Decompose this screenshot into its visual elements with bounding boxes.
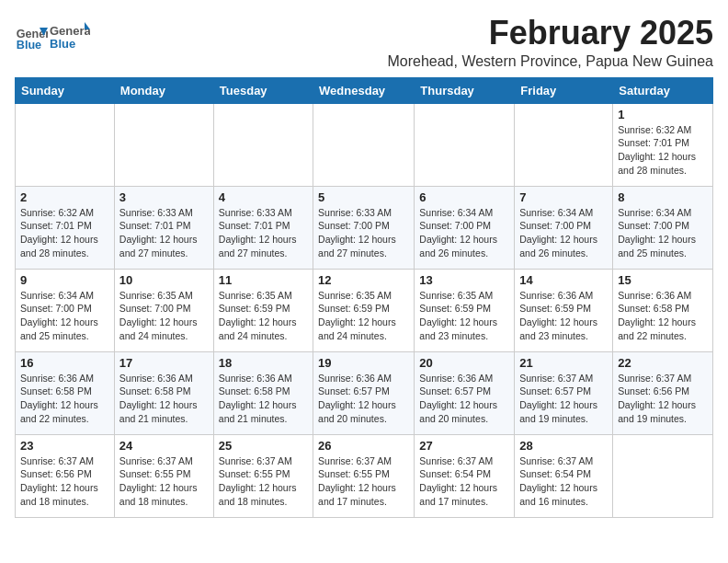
- day-number: 6: [419, 190, 509, 204]
- day-detail: Sunrise: 6:37 AM Sunset: 6:56 PM Dayligh…: [618, 372, 708, 426]
- day-cell: 5Sunrise: 6:33 AM Sunset: 7:00 PM Daylig…: [313, 186, 415, 269]
- day-detail: Sunrise: 6:33 AM Sunset: 7:01 PM Dayligh…: [219, 206, 308, 260]
- day-cell: 25Sunrise: 6:37 AM Sunset: 6:55 PM Dayli…: [213, 434, 313, 517]
- day-detail: Sunrise: 6:32 AM Sunset: 7:01 PM Dayligh…: [618, 123, 708, 178]
- title-area: February 2025 Morehead, Western Province…: [387, 15, 713, 70]
- weekday-header-thursday: Thursday: [415, 77, 515, 103]
- day-cell: [16, 103, 115, 186]
- day-number: 17: [119, 356, 209, 370]
- day-cell: [213, 103, 313, 186]
- day-cell: 14Sunrise: 6:36 AM Sunset: 6:59 PM Dayli…: [515, 269, 613, 351]
- day-cell: [114, 103, 213, 186]
- day-number: 10: [119, 273, 209, 287]
- day-number: 28: [519, 439, 608, 453]
- week-row-5: 23Sunrise: 6:37 AM Sunset: 6:56 PM Dayli…: [16, 434, 713, 517]
- day-cell: 28Sunrise: 6:37 AM Sunset: 6:54 PM Dayli…: [515, 434, 613, 517]
- logo: General Blue General Blue: [15, 18, 90, 53]
- day-number: 24: [119, 439, 209, 453]
- page-header: General Blue General Blue February 2025 …: [15, 15, 713, 70]
- day-detail: Sunrise: 6:37 AM Sunset: 6:55 PM Dayligh…: [318, 454, 409, 509]
- day-detail: Sunrise: 6:35 AM Sunset: 6:59 PM Dayligh…: [419, 289, 509, 343]
- week-row-3: 9Sunrise: 6:34 AM Sunset: 7:00 PM Daylig…: [16, 269, 713, 351]
- day-cell: 19Sunrise: 6:36 AM Sunset: 6:57 PM Dayli…: [313, 351, 415, 434]
- day-detail: Sunrise: 6:36 AM Sunset: 6:58 PM Dayligh…: [219, 372, 308, 426]
- day-detail: Sunrise: 6:33 AM Sunset: 7:00 PM Dayligh…: [318, 206, 409, 260]
- day-cell: 20Sunrise: 6:36 AM Sunset: 6:57 PM Dayli…: [415, 351, 515, 434]
- day-detail: Sunrise: 6:34 AM Sunset: 7:00 PM Dayligh…: [419, 206, 509, 260]
- day-number: 21: [519, 356, 608, 370]
- day-number: 3: [119, 190, 209, 204]
- day-number: 22: [618, 356, 708, 370]
- day-detail: Sunrise: 6:34 AM Sunset: 7:00 PM Dayligh…: [20, 289, 109, 343]
- day-cell: 26Sunrise: 6:37 AM Sunset: 6:55 PM Dayli…: [313, 434, 415, 517]
- day-cell: 9Sunrise: 6:34 AM Sunset: 7:00 PM Daylig…: [16, 269, 115, 351]
- weekday-header-wednesday: Wednesday: [313, 77, 415, 103]
- day-cell: 7Sunrise: 6:34 AM Sunset: 7:00 PM Daylig…: [515, 186, 613, 269]
- day-number: 13: [419, 273, 509, 287]
- weekday-header-friday: Friday: [515, 77, 613, 103]
- day-number: 23: [20, 439, 109, 453]
- svg-text:General: General: [50, 24, 90, 38]
- day-cell: 21Sunrise: 6:37 AM Sunset: 6:57 PM Dayli…: [515, 351, 613, 434]
- day-number: 20: [419, 356, 509, 370]
- day-detail: Sunrise: 6:35 AM Sunset: 7:00 PM Dayligh…: [119, 289, 209, 343]
- day-detail: Sunrise: 6:37 AM Sunset: 6:54 PM Dayligh…: [519, 454, 608, 509]
- day-number: 12: [318, 273, 409, 287]
- day-number: 19: [318, 356, 409, 370]
- day-detail: Sunrise: 6:37 AM Sunset: 6:55 PM Dayligh…: [219, 454, 308, 509]
- weekday-header-monday: Monday: [114, 77, 213, 103]
- week-row-2: 2Sunrise: 6:32 AM Sunset: 7:01 PM Daylig…: [16, 186, 713, 269]
- day-cell: 10Sunrise: 6:35 AM Sunset: 7:00 PM Dayli…: [114, 269, 213, 351]
- day-number: 7: [519, 190, 608, 204]
- day-cell: [313, 103, 415, 186]
- day-number: 26: [318, 439, 409, 453]
- day-cell: 2Sunrise: 6:32 AM Sunset: 7:01 PM Daylig…: [16, 186, 115, 269]
- day-detail: Sunrise: 6:34 AM Sunset: 7:00 PM Dayligh…: [519, 206, 608, 260]
- day-detail: Sunrise: 6:34 AM Sunset: 7:00 PM Dayligh…: [618, 206, 708, 260]
- day-detail: Sunrise: 6:36 AM Sunset: 6:58 PM Dayligh…: [20, 372, 109, 426]
- day-cell: 22Sunrise: 6:37 AM Sunset: 6:56 PM Dayli…: [613, 351, 713, 434]
- day-number: 1: [618, 108, 708, 121]
- day-cell: 11Sunrise: 6:35 AM Sunset: 6:59 PM Dayli…: [213, 269, 313, 351]
- day-cell: [515, 103, 613, 186]
- day-detail: Sunrise: 6:37 AM Sunset: 6:55 PM Dayligh…: [119, 454, 209, 509]
- day-number: 15: [618, 273, 708, 287]
- day-number: 11: [219, 273, 308, 287]
- day-detail: Sunrise: 6:36 AM Sunset: 6:58 PM Dayligh…: [119, 372, 209, 426]
- day-number: 27: [419, 439, 509, 453]
- day-cell: 24Sunrise: 6:37 AM Sunset: 6:55 PM Dayli…: [114, 434, 213, 517]
- day-cell: 8Sunrise: 6:34 AM Sunset: 7:00 PM Daylig…: [613, 186, 713, 269]
- day-number: 14: [519, 273, 608, 287]
- month-title: February 2025: [387, 15, 713, 52]
- day-detail: Sunrise: 6:35 AM Sunset: 6:59 PM Dayligh…: [318, 289, 409, 343]
- day-number: 4: [219, 190, 308, 204]
- day-cell: [613, 434, 713, 517]
- day-number: 18: [219, 356, 308, 370]
- day-detail: Sunrise: 6:37 AM Sunset: 6:54 PM Dayligh…: [419, 454, 509, 509]
- day-cell: 16Sunrise: 6:36 AM Sunset: 6:58 PM Dayli…: [16, 351, 115, 434]
- day-detail: Sunrise: 6:32 AM Sunset: 7:01 PM Dayligh…: [20, 206, 109, 260]
- logo-svg: General Blue: [50, 18, 90, 53]
- day-detail: Sunrise: 6:35 AM Sunset: 6:59 PM Dayligh…: [219, 289, 308, 343]
- day-detail: Sunrise: 6:37 AM Sunset: 6:56 PM Dayligh…: [20, 454, 109, 509]
- day-number: 2: [20, 190, 109, 204]
- calendar-table: SundayMondayTuesdayWednesdayThursdayFrid…: [15, 77, 713, 518]
- day-cell: 6Sunrise: 6:34 AM Sunset: 7:00 PM Daylig…: [415, 186, 515, 269]
- day-number: 25: [219, 439, 308, 453]
- day-cell: 17Sunrise: 6:36 AM Sunset: 6:58 PM Dayli…: [114, 351, 213, 434]
- day-cell: [415, 103, 515, 186]
- day-cell: 18Sunrise: 6:36 AM Sunset: 6:58 PM Dayli…: [213, 351, 313, 434]
- day-cell: 3Sunrise: 6:33 AM Sunset: 7:01 PM Daylig…: [114, 186, 213, 269]
- day-cell: 23Sunrise: 6:37 AM Sunset: 6:56 PM Dayli…: [16, 434, 115, 517]
- location-title: Morehead, Western Province, Papua New Gu…: [387, 53, 713, 70]
- day-cell: 27Sunrise: 6:37 AM Sunset: 6:54 PM Dayli…: [415, 434, 515, 517]
- day-detail: Sunrise: 6:36 AM Sunset: 6:59 PM Dayligh…: [519, 289, 608, 343]
- svg-text:Blue: Blue: [50, 37, 75, 51]
- day-detail: Sunrise: 6:36 AM Sunset: 6:57 PM Dayligh…: [318, 372, 409, 426]
- day-detail: Sunrise: 6:36 AM Sunset: 6:58 PM Dayligh…: [618, 289, 708, 343]
- day-number: 9: [20, 273, 109, 287]
- day-number: 5: [318, 190, 409, 204]
- weekday-header-row: SundayMondayTuesdayWednesdayThursdayFrid…: [16, 77, 713, 103]
- week-row-1: 1Sunrise: 6:32 AM Sunset: 7:01 PM Daylig…: [16, 103, 713, 186]
- week-row-4: 16Sunrise: 6:36 AM Sunset: 6:58 PM Dayli…: [16, 351, 713, 434]
